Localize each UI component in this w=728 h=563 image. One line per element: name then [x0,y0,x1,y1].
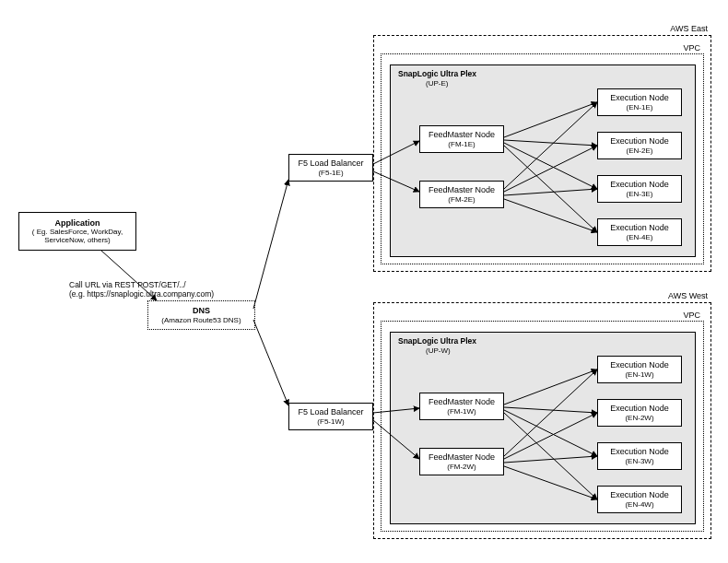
en-4w: Execution Node (EN-4W) [597,486,682,513]
plex-west-title: SnapLogic Ultra Plex (UP-W) [398,337,476,356]
dns-box: DNS (Amazon Route53 DNS) [147,300,255,330]
en-2w: Execution Node (EN-2W) [597,399,682,427]
en-4e: Execution Node (EN-4E) [597,218,682,246]
fm-2e: FeedMaster Node (FM-2E) [419,181,504,208]
lb-east: F5 Load Balancer (F5-1E) [288,154,373,182]
fm-1e: FeedMaster Node (FM-1E) [419,125,504,153]
lb-east-sub: (F5-1E) [318,169,343,177]
application-subtitle: ( Eg. SalesForce, WorkDay, ServiceNow, o… [32,228,123,244]
fm-1w: FeedMaster Node (FM-1W) [419,393,504,420]
application-box: Application ( Eg. SalesForce, WorkDay, S… [18,212,136,251]
vpc-east-label: VPC [663,43,700,53]
lb-west: F5 Load Balancer (F5-1W) [288,403,373,430]
dns-title: DNS [193,306,210,315]
en-1e: Execution Node (EN-1E) [597,88,682,116]
svg-line-1 [253,180,288,309]
aws-west-label: AWS West [636,291,708,300]
call-url-label: Call URL via REST POST/GET/../ (e.g. htt… [69,272,253,299]
fm-2w: FeedMaster Node (FM-2W) [419,448,504,475]
aws-east-label: AWS East [636,24,708,33]
dns-subtitle: (Amazon Route53 DNS) [161,316,241,324]
lb-west-sub: (F5-1W) [317,417,344,426]
svg-line-2 [253,320,288,405]
application-title: Application [55,218,100,228]
en-2e: Execution Node (EN-2E) [597,132,682,159]
lb-east-title: F5 Load Balancer [298,158,363,168]
en-3e: Execution Node (EN-3E) [597,175,682,203]
vpc-west-label: VPC [663,311,700,320]
en-1w: Execution Node (EN-1W) [597,356,682,383]
lb-west-title: F5 Load Balancer [298,407,363,416]
plex-east-title: SnapLogic Ultra Plex (UP-E) [398,70,476,88]
en-3w: Execution Node (EN-3W) [597,442,682,470]
